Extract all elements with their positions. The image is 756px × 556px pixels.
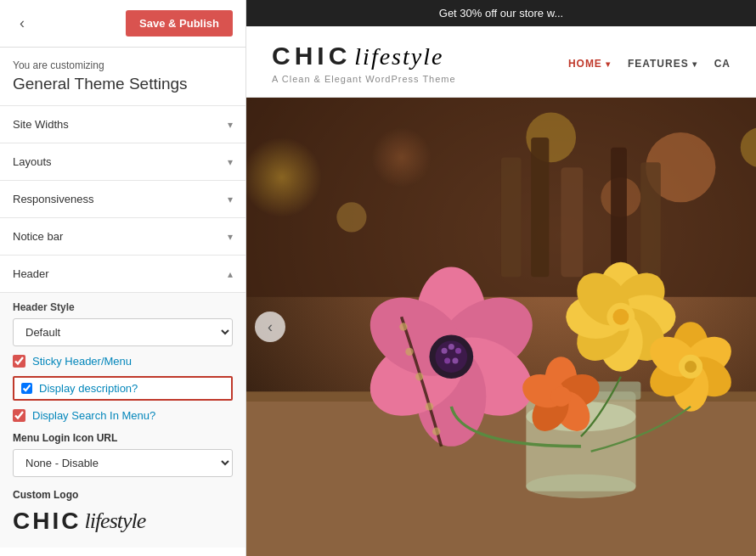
back-button[interactable]: ‹ [13, 11, 31, 36]
hero-prev-icon: ‹ [268, 318, 273, 336]
nav-item-home[interactable]: HOME ▾ [568, 58, 611, 70]
sticky-header-label[interactable]: Sticky Header/Menu [32, 355, 132, 368]
display-description-checkbox[interactable] [21, 383, 32, 394]
site-logo-lifestyle: lifestyle [354, 43, 443, 70]
svg-point-60 [426, 402, 433, 410]
site-logo-chic: CHIC [272, 43, 351, 69]
accordion-notice-bar-arrow: ▾ [228, 231, 233, 243]
accordion-responsiveness: Responsiveness ▾ [0, 180, 245, 217]
accordion-site-widths-arrow: ▾ [228, 119, 233, 131]
logo-chic-text: CHIC [13, 508, 81, 535]
accordion-site-widths-header[interactable]: Site Widths ▾ [0, 106, 245, 143]
accordion-site-widths: Site Widths ▾ [0, 105, 245, 143]
svg-point-7 [336, 202, 366, 232]
accordion-notice-bar-header[interactable]: Notice bar ▾ [0, 218, 245, 255]
sticky-header-row: Sticky Header/Menu [13, 355, 233, 368]
preview-area: Get 30% off our store w... CHIC lifestyl… [246, 0, 756, 556]
svg-point-56 [551, 386, 571, 406]
display-search-checkbox[interactable] [13, 409, 25, 422]
site-branding: CHIC lifestyle A Clean & Elegant WordPre… [272, 43, 456, 84]
svg-rect-12 [611, 148, 627, 278]
svg-rect-10 [531, 138, 549, 277]
menu-login-icon-label: Menu Login Icon URL [13, 432, 233, 444]
logo-lifestyle-text: lifestyle [84, 508, 145, 534]
svg-point-3 [371, 127, 431, 187]
section-title: General Theme Settings [0, 75, 245, 105]
svg-rect-13 [640, 162, 660, 277]
svg-point-42 [612, 309, 629, 325]
hero-area: ‹ [246, 98, 756, 556]
nav-item-features[interactable]: FEATURES ▾ [628, 58, 697, 70]
svg-rect-9 [501, 157, 521, 277]
svg-point-32 [452, 357, 458, 363]
svg-point-30 [442, 348, 448, 354]
display-description-label[interactable]: Display description? [39, 382, 138, 395]
nav-home-label: HOME [568, 58, 602, 70]
sidebar: ‹ Save & Publish You are customizing Gen… [0, 0, 246, 556]
accordion-header-arrow: ▴ [228, 268, 233, 280]
nav-item-ca[interactable]: CA [714, 58, 731, 70]
accordion-responsiveness-header[interactable]: Responsiveness ▾ [0, 181, 245, 217]
display-search-row: Display Search In Menu? [13, 409, 233, 422]
site-tagline: A Clean & Elegant WordPress Theme [272, 74, 456, 84]
accordion-layouts-arrow: ▾ [228, 156, 233, 168]
save-publish-button[interactable]: Save & Publish [126, 10, 233, 37]
accordion-responsiveness-arrow: ▾ [228, 194, 233, 205]
nav-ca-label: CA [714, 58, 731, 70]
display-search-label[interactable]: Display Search In Menu? [32, 409, 155, 422]
svg-point-18 [526, 475, 635, 498]
accordion-header-label: Header [13, 267, 49, 280]
nav-features-arrow: ▾ [692, 59, 697, 69]
hero-prev-button[interactable]: ‹ [255, 312, 285, 342]
custom-logo-label: Custom Logo [13, 489, 233, 501]
custom-logo-preview: CHIC lifestyle [13, 508, 233, 535]
hero-image [246, 98, 756, 556]
accordion-header: Header ▴ Header Style Default Centered L… [0, 255, 245, 548]
svg-rect-11 [561, 167, 583, 277]
sticky-header-checkbox[interactable] [13, 355, 25, 368]
svg-point-50 [685, 361, 697, 373]
svg-point-31 [444, 357, 450, 363]
notice-bar: Get 30% off our store w... [246, 0, 756, 26]
svg-point-29 [455, 348, 461, 354]
back-icon: ‹ [20, 14, 25, 31]
sidebar-header: ‹ Save & Publish [0, 0, 245, 48]
accordion-notice-bar: Notice bar ▾ [0, 217, 245, 255]
accordion-layouts-label: Layouts [13, 155, 52, 168]
accordion-layouts-header[interactable]: Layouts ▾ [0, 143, 245, 180]
nav-home-arrow: ▾ [606, 59, 611, 69]
accordion-responsiveness-label: Responsiveness [13, 193, 93, 205]
site-logo: CHIC lifestyle [272, 43, 456, 70]
accordion-layouts: Layouts ▾ [0, 143, 245, 180]
header-style-label: Header Style [13, 301, 233, 313]
accordion-notice-bar-label: Notice bar [13, 230, 63, 243]
svg-point-57 [399, 323, 407, 330]
header-style-select[interactable]: Default Centered Left Minimal [13, 318, 233, 346]
customizing-label: You are customizing [0, 48, 245, 75]
svg-point-59 [415, 373, 423, 380]
site-nav: HOME ▾ FEATURES ▾ CA [568, 58, 731, 70]
svg-rect-14 [246, 396, 756, 556]
site-header: CHIC lifestyle A Clean & Elegant WordPre… [246, 26, 756, 98]
accordion-site-widths-label: Site Widths [13, 118, 69, 131]
svg-point-28 [449, 344, 454, 350]
svg-point-58 [405, 348, 413, 356]
nav-features-label: FEATURES [628, 58, 689, 70]
svg-point-61 [432, 428, 440, 435]
header-accordion-content: Header Style Default Centered Left Minim… [0, 292, 245, 548]
menu-login-select[interactable]: None - Disable Login Page Custom URL [13, 449, 233, 477]
display-description-row: Display description? [13, 376, 233, 401]
accordion-header-toggle[interactable]: Header ▴ [0, 256, 245, 292]
